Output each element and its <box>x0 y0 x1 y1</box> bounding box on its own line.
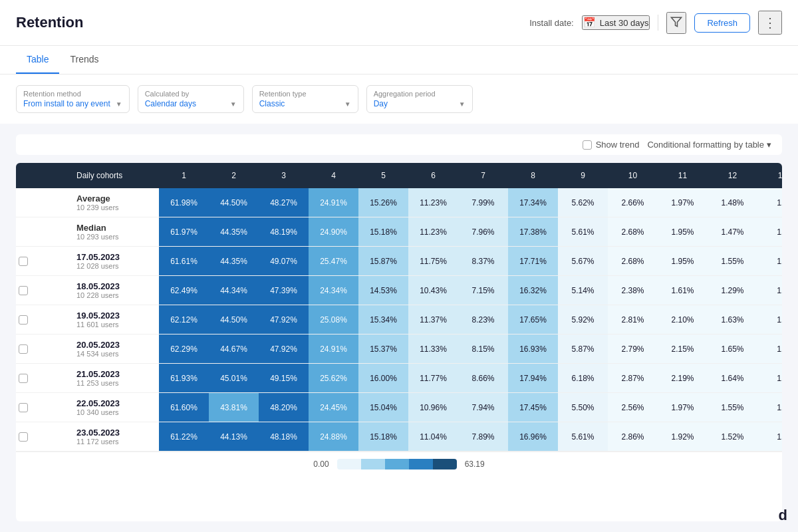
data-cell: 2.86% <box>608 422 658 452</box>
data-cell: 1.2 <box>757 393 782 422</box>
data-cell: 47.92% <box>259 305 309 334</box>
aggregation-period-dropdown[interactable]: Aggregation period Day ▼ <box>366 85 473 113</box>
data-cell: 24.34% <box>309 276 358 305</box>
cohort-date-cell: 23.05.202311 172 users <box>66 422 159 452</box>
data-cell: 44.35% <box>209 247 259 276</box>
legend-seg-4 <box>409 459 433 469</box>
refresh-button[interactable]: Refresh <box>694 13 750 33</box>
data-cell: 61.97% <box>159 217 209 247</box>
data-cell: 1.61% <box>658 276 708 305</box>
data-cell: 17.34% <box>508 188 558 217</box>
data-cell: 25.47% <box>309 247 358 276</box>
data-cell: 5.67% <box>558 247 608 276</box>
data-cell: 24.91% <box>309 188 358 217</box>
row-check-cell[interactable] <box>16 393 66 422</box>
data-cell: 2.19% <box>658 364 708 393</box>
more-options-button[interactable]: ⋮ <box>758 11 782 35</box>
cohort-date-cell: 20.05.202314 534 users <box>66 334 159 364</box>
data-cell: 61.22% <box>159 422 209 452</box>
show-trend-checkbox[interactable]: Show trend <box>583 140 640 150</box>
data-cell: 11.37% <box>408 305 458 334</box>
main-content: Show trend Conditional formatting by tab… <box>0 124 798 532</box>
day-col-6: 6 <box>408 163 458 188</box>
tab-trends[interactable]: Trends <box>59 46 109 74</box>
data-cell: 17.65% <box>508 305 558 334</box>
data-cell: 15.18% <box>358 422 408 452</box>
table-row: 17.05.202312 028 users61.61%44.35%49.07%… <box>16 247 782 276</box>
data-cell: 44.67% <box>209 334 259 364</box>
data-cell: 16.96% <box>508 422 558 452</box>
data-cell: 8.37% <box>458 247 508 276</box>
day-col-8: 8 <box>508 163 558 188</box>
data-cell: 48.18% <box>259 422 309 452</box>
row-checkbox[interactable] <box>19 315 28 325</box>
row-check-cell[interactable] <box>16 276 66 305</box>
calculated-by-dropdown[interactable]: Calculated by Calendar days ▼ <box>138 85 244 113</box>
row-check-cell[interactable] <box>16 364 66 393</box>
data-cell: 62.29% <box>159 334 209 364</box>
retention-method-dropdown[interactable]: Retention method From install to any eve… <box>16 85 130 113</box>
day-col-1: 1 <box>159 163 209 188</box>
data-cell: 5.61% <box>558 422 608 452</box>
retention-type-dropdown[interactable]: Retention type Classic ▼ <box>252 85 358 113</box>
data-cell: 45.01% <box>209 364 259 393</box>
row-checkbox[interactable] <box>19 286 28 295</box>
summary-label-cell: Average10 239 users <box>66 188 159 217</box>
data-cell: 1.52% <box>708 422 757 452</box>
data-cell: 1.97% <box>658 393 708 422</box>
legend-seg-2 <box>361 459 385 469</box>
legend-seg-5 <box>433 459 457 469</box>
header: Retention Install date: 📅 Last 30 days R… <box>0 0 798 46</box>
row-check-cell[interactable] <box>16 305 66 334</box>
show-trend-label: Show trend <box>596 140 640 150</box>
data-cell: 7.94% <box>458 393 508 422</box>
row-check-cell[interactable] <box>16 334 66 364</box>
row-checkbox[interactable] <box>19 432 28 442</box>
data-cell: 17.94% <box>508 364 558 393</box>
day-col-13: 13 <box>757 163 782 188</box>
data-cell: 24.90% <box>309 217 358 247</box>
data-cell: 10.96% <box>408 393 458 422</box>
data-cell: 1.97% <box>658 188 708 217</box>
conditional-formatting-dropdown[interactable]: Conditional formatting by table ▾ <box>647 140 771 150</box>
color-legend: 0.00 63.19 <box>16 452 782 476</box>
data-cell: 15.26% <box>358 188 408 217</box>
filter-icon-button[interactable] <box>666 12 686 34</box>
data-cell: 2.66% <box>608 188 658 217</box>
conditional-formatting-label: Conditional formatting by table <box>647 140 764 150</box>
data-cell: 15.04% <box>358 393 408 422</box>
day-col-4: 4 <box>309 163 358 188</box>
day-col-12: 12 <box>708 163 757 188</box>
data-cell: 15.37% <box>358 334 408 364</box>
row-checkbox[interactable] <box>19 257 28 266</box>
row-checkbox[interactable] <box>19 374 28 383</box>
data-cell: 17.38% <box>508 217 558 247</box>
data-cell: 2.87% <box>608 364 658 393</box>
data-cell: 1.29% <box>708 276 757 305</box>
retention-table-wrapper: Daily cohorts 1 2 3 4 5 6 7 8 9 10 11 12 <box>16 163 782 521</box>
data-cell: 8.66% <box>458 364 508 393</box>
tab-table[interactable]: Table <box>16 46 59 74</box>
data-cell: 25.62% <box>309 364 358 393</box>
row-check-cell[interactable] <box>16 422 66 452</box>
data-cell: 2.68% <box>608 247 658 276</box>
legend-max: 63.19 <box>465 460 485 469</box>
data-cell: 5.50% <box>558 393 608 422</box>
row-check-cell[interactable] <box>16 247 66 276</box>
legend-bar <box>337 459 457 469</box>
row-checkbox[interactable] <box>19 344 28 354</box>
data-cell: 1.3 <box>757 305 782 334</box>
calculated-by-label: Calculated by <box>145 90 237 98</box>
data-cell: 25.08% <box>309 305 358 334</box>
table-row: 23.05.202311 172 users61.22%44.13%48.18%… <box>16 422 782 452</box>
data-cell: 43.81% <box>209 393 259 422</box>
data-cell: 1.48% <box>708 188 757 217</box>
date-range-button[interactable]: 📅 Last 30 days <box>582 15 650 30</box>
table-row: 22.05.202310 340 users61.60%43.81%48.20%… <box>16 393 782 422</box>
data-cell: 2.15% <box>658 334 708 364</box>
row-checkbox[interactable] <box>19 403 28 412</box>
app-logo: d <box>779 507 787 524</box>
data-cell: 7.96% <box>458 217 508 247</box>
day-col-5: 5 <box>358 163 408 188</box>
data-cell: 10.43% <box>408 276 458 305</box>
